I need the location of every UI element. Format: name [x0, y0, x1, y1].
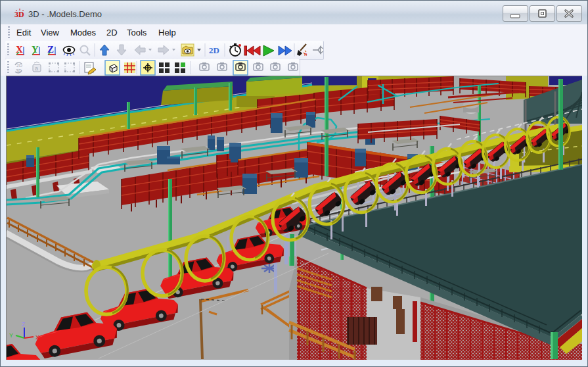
svg-text:a: a	[35, 65, 38, 72]
svg-text:X: X	[35, 334, 39, 341]
svg-text:Y: Y	[9, 332, 13, 339]
svg-text:Z: Z	[47, 44, 54, 55]
svg-text:Z: Z	[22, 321, 26, 328]
svg-text:3D: 3D	[16, 68, 22, 73]
svg-text:R: R	[304, 53, 307, 57]
svg-text:3D: 3D	[14, 10, 24, 19]
svg-text:2D: 2D	[16, 63, 22, 68]
svg-text:2D: 2D	[209, 45, 219, 55]
svg-text:X: X	[16, 44, 23, 55]
svg-text:Y: Y	[32, 44, 39, 55]
